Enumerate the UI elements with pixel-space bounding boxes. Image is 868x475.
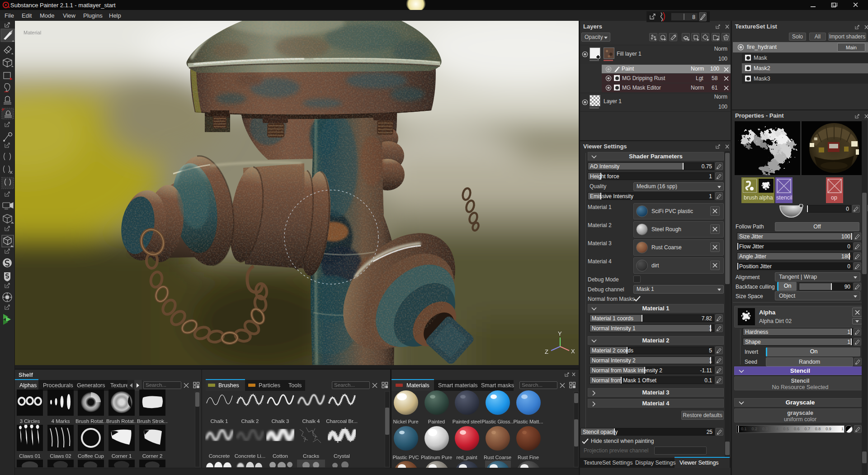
svg-text:Z: Z: [545, 348, 548, 355]
svg-text:Y: Y: [558, 330, 562, 337]
svg-text:Material: Material: [24, 30, 41, 35]
svg-text:X: X: [571, 348, 575, 355]
